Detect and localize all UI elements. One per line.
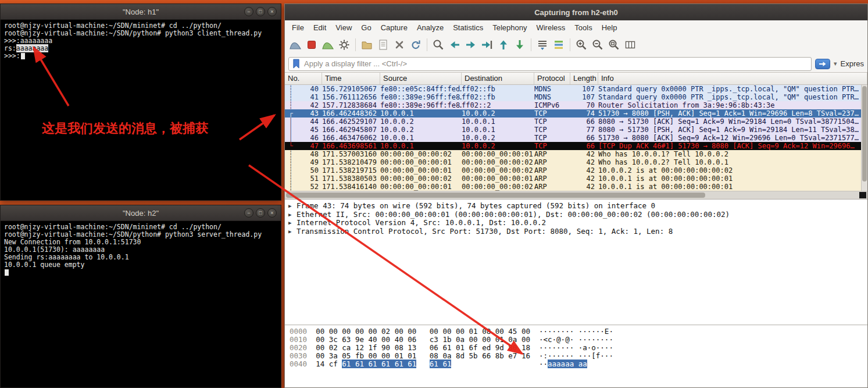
filter-dropdown-caret[interactable]: ▾	[834, 60, 837, 67]
hex-segment: 00 00 00 00 00 02 00 00 00 00 00 01 08 0…	[316, 327, 530, 336]
hex-row-0010[interactable]: 0010 00 3c 63 9e 40 00 40 06 c3 1b 0a 00…	[290, 336, 867, 344]
capture-options-button[interactable]	[336, 37, 352, 53]
menu-capture[interactable]: Capture	[376, 22, 412, 34]
column-header-length[interactable]: Length	[570, 73, 598, 84]
menu-help[interactable]: Help	[597, 22, 622, 34]
restart-capture-button[interactable]	[320, 37, 336, 53]
minimize-button[interactable]: −	[244, 208, 253, 218]
menu-telephony[interactable]: Telephony	[488, 22, 531, 34]
menu-analyze[interactable]: Analyze	[412, 22, 448, 34]
hex-row-0030[interactable]: 0030 00 3a 05 fb 00 00 01 01 08 0a 8d 5b…	[290, 352, 867, 360]
column-header-info[interactable]: Info	[598, 73, 867, 84]
display-filter-input[interactable]: Apply a display filter ... <Ctrl-/>	[288, 57, 812, 71]
packet-row-47[interactable]: └47166.46369856110.0.0.110.0.0.2TCP66[TC…	[285, 142, 867, 150]
minimize-button[interactable]: −	[244, 7, 253, 16]
terminal-h2-titlebar[interactable]: "Node: h2" − □ ×	[1, 205, 281, 221]
go-back-button[interactable]	[446, 37, 463, 53]
go-first-packet-button[interactable]	[495, 37, 512, 53]
packet-row-41[interactable]: ┆41156.761112656fe80::389e:96ff:fe8…ff02…	[285, 93, 867, 101]
zoom-in-button[interactable]	[573, 37, 590, 53]
terminal-h1-titlebar[interactable]: "Node: h1" − □ ×	[1, 4, 281, 20]
hex-row-0000[interactable]: 0000 00 00 00 00 00 02 00 00 00 00 00 01…	[290, 328, 867, 336]
vertical-scrollbar[interactable]	[861, 85, 867, 191]
packet-cell: 157.712838684	[322, 101, 380, 109]
wireshark-window: Capturing from h2-eth0 FileEditViewGoCap…	[284, 3, 868, 388]
hex-row-0040[interactable]: 0040 14 cf 61 61 61 61 61 61 61 61 ··aaa…	[290, 360, 867, 368]
detail-row[interactable]: ▶Frame 43: 74 bytes on wire (592 bits), …	[288, 202, 867, 211]
bookmark-icon[interactable]	[292, 59, 300, 69]
packet-row-40[interactable]: ┆40156.729105067fe80::e05c:84ff:fed…ff02…	[285, 85, 867, 93]
toolbar-separator	[531, 38, 531, 51]
maximize-button[interactable]: □	[256, 208, 265, 218]
terminal-text: root@njzy-virtual-machine:~/SDN/python# …	[4, 29, 262, 37]
scrollbar-handle[interactable]	[862, 86, 867, 181]
packet-cell: 41	[297, 93, 322, 101]
go-forward-button[interactable]	[463, 37, 479, 53]
maximize-button[interactable]: □	[256, 7, 265, 16]
packet-cell: 00:00:00_00:00:01	[380, 166, 462, 175]
packet-cell: 156.729105067	[322, 85, 380, 93]
expression-button[interactable]: Expres	[841, 59, 864, 68]
packet-cell: 51730 → 8080 [PSH, ACK] Seq=1 Ack=1 Win=…	[598, 109, 867, 118]
packet-row-44[interactable]: │44166.46252910710.0.0.210.0.0.1TCP66808…	[285, 118, 867, 126]
packet-row-51[interactable]: ┆51171.53838050300:00:00_00:00:0200:00:0…	[285, 175, 867, 183]
menu-tools[interactable]: Tools	[570, 22, 596, 34]
close-button[interactable]: ×	[267, 7, 277, 16]
packet-cell: 8080 → 51730 [PSH, ACK] Seq=1 Ack=9 Win=…	[598, 126, 867, 134]
packet-row-45[interactable]: │45166.46294580710.0.0.210.0.0.1TCP77808…	[285, 126, 867, 134]
resize-columns-button[interactable]	[622, 37, 638, 53]
detail-row[interactable]: ▶Transmission Control Protocol, Src Port…	[288, 227, 867, 236]
packet-row-42[interactable]: ┆42157.712838684fe80::389e:96ff:fe8…ff02…	[285, 101, 867, 109]
auto-scroll-button[interactable]	[534, 37, 551, 53]
terminal-h2-output[interactable]: root@njzy-virtual-machine:~/SDN/mininet#…	[1, 221, 281, 387]
detail-row[interactable]: ▶Ethernet II, Src: 00:00:00_00:00:01 (00…	[288, 211, 867, 219]
horizontal-scrollbar[interactable]	[285, 191, 867, 199]
toolbar-separator	[355, 38, 356, 51]
colorize-button[interactable]	[551, 37, 567, 53]
packet-row-50[interactable]: ┆50171.53821971500:00:00_00:00:0100:00:0…	[285, 166, 867, 175]
menu-statistics[interactable]: Statistics	[448, 22, 488, 34]
find-packet-button[interactable]	[430, 37, 446, 53]
packet-row-49[interactable]: ┆49171.53821047900:00:00_00:00:0100:00:0…	[285, 158, 867, 166]
close-button[interactable]: ×	[267, 208, 277, 218]
apply-filter-button[interactable]	[815, 59, 830, 69]
close-file-button[interactable]	[391, 37, 408, 53]
ascii-segment: ·:······ ···[f···	[539, 351, 613, 360]
start-capture-button[interactable]	[287, 37, 303, 53]
hex-row-0020[interactable]: 0020 00 02 ca 12 1f 90 08 13 06 61 01 6f…	[290, 344, 867, 352]
packet-cell: ┆	[285, 166, 297, 175]
menu-view[interactable]: View	[331, 22, 356, 34]
wireshark-titlebar[interactable]: Capturing from h2-eth0	[285, 4, 867, 20]
open-file-button[interactable]	[359, 37, 375, 53]
stop-capture-button[interactable]	[303, 37, 320, 53]
go-last-packet-button[interactable]	[512, 37, 528, 53]
column-header-destination[interactable]: Destination	[462, 73, 534, 84]
expand-triangle-icon[interactable]: ▶	[288, 211, 297, 219]
packet-row-52[interactable]: ┆52171.53841614000:00:00_00:00:0100:00:0…	[285, 183, 867, 191]
menu-wireless[interactable]: Wireless	[531, 22, 570, 34]
packet-cell: 47	[297, 142, 322, 150]
column-header-source[interactable]: Source	[380, 73, 462, 84]
menu-file[interactable]: File	[287, 22, 309, 34]
expand-triangle-icon[interactable]: ▶	[288, 202, 297, 211]
zoom-out-button[interactable]	[590, 37, 606, 53]
reload-button[interactable]	[408, 37, 424, 53]
column-header-no[interactable]: No.	[285, 73, 322, 84]
packet-row-48[interactable]: ┆48171.53700316000:00:00_00:00:0200:00:0…	[285, 150, 867, 158]
terminal-h1-output[interactable]: root@njzy-virtual-machine:~/SDN/mininet#…	[1, 20, 281, 200]
menu-go[interactable]: Go	[356, 22, 376, 34]
packet-row-46[interactable]: │46166.46347606210.0.0.110.0.0.2TCP66517…	[285, 134, 867, 142]
packet-cell: 70	[570, 101, 598, 109]
go-to-packet-button[interactable]	[479, 37, 495, 53]
packet-cell: 43	[297, 109, 322, 118]
column-header-time[interactable]: Time	[322, 73, 380, 84]
save-file-button[interactable]	[375, 37, 391, 53]
expand-triangle-icon[interactable]: ▶	[288, 227, 297, 236]
column-header-protocol[interactable]: Protocol	[534, 73, 570, 84]
zoom-reset-button[interactable]	[606, 37, 622, 53]
detail-row[interactable]: ▶Internet Protocol Version 4, Src: 10.0.…	[288, 219, 867, 227]
expand-triangle-icon[interactable]: ▶	[288, 219, 297, 227]
menu-edit[interactable]: Edit	[309, 22, 331, 34]
scrollbar-handle[interactable]	[286, 193, 705, 198]
packet-row-43[interactable]: ┌43166.46244836210.0.0.110.0.0.2TCP74517…	[285, 109, 867, 118]
